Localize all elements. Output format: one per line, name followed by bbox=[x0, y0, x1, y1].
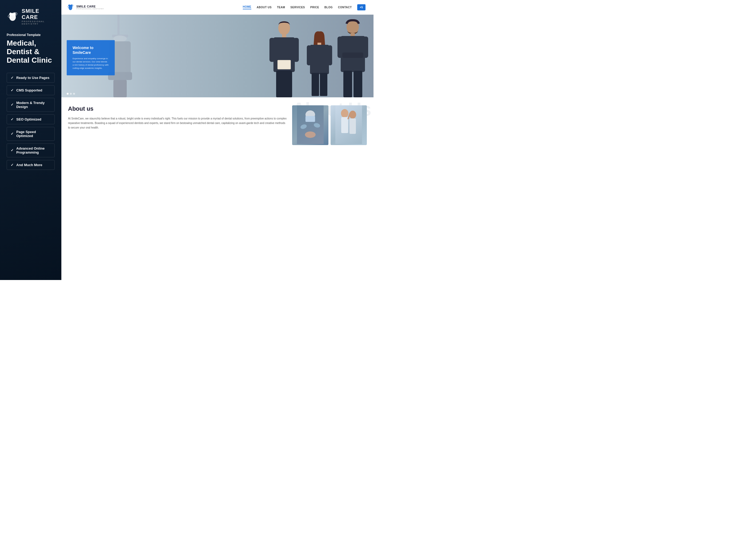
svg-rect-32 bbox=[343, 71, 352, 97]
feature-label: Ready to Use Pages bbox=[16, 76, 49, 80]
nav-blog[interactable]: BLOG bbox=[325, 6, 333, 9]
svg-rect-42 bbox=[335, 105, 362, 144]
person-3 bbox=[337, 18, 368, 97]
nav-brand: SMILE CARE bbox=[76, 5, 104, 8]
check-icon: ✓ bbox=[11, 88, 14, 92]
nav-services[interactable]: SERVICES bbox=[290, 6, 305, 9]
about-inner: About us At SmileCare, we staunchly beli… bbox=[68, 105, 367, 145]
logo-sub: PROFESSIONAL DENTISTRY bbox=[22, 20, 55, 25]
about-description: At SmileCare, we staunchly believe that … bbox=[68, 116, 287, 130]
feature-label: SEO Optimized bbox=[16, 117, 41, 121]
pro-label: Professional Template bbox=[7, 33, 55, 37]
nav-links: HOME ABOUT US TEAM SERVICES PRICE BLOG C… bbox=[109, 4, 365, 10]
check-icon: ✓ bbox=[11, 103, 14, 107]
svg-rect-37 bbox=[306, 116, 315, 122]
about-text: About us At SmileCare, we staunchly beli… bbox=[68, 105, 287, 145]
hero-people bbox=[171, 15, 374, 97]
main-title: Medical, Dentist & Dental Clinic bbox=[7, 39, 55, 65]
svg-rect-33 bbox=[354, 71, 362, 97]
svg-rect-9 bbox=[113, 80, 127, 97]
svg-rect-18 bbox=[283, 71, 292, 97]
svg-rect-24 bbox=[312, 73, 319, 96]
welcome-card: Welcome to SmileCare Experience and empa… bbox=[67, 40, 115, 75]
about-img-1 bbox=[292, 105, 328, 145]
welcome-title: Welcome to SmileCare bbox=[73, 45, 109, 55]
nav-contact[interactable]: CONTACT bbox=[338, 6, 352, 9]
carousel-dots bbox=[67, 93, 75, 95]
feature-list: ✓ Ready to Use Pages ✓ CMS Supported ✓ M… bbox=[7, 73, 55, 170]
feature-design[interactable]: ✓ Modern & Trendy Design bbox=[7, 98, 55, 112]
logo-text: SMILE CARE PROFESSIONAL DENTISTRY bbox=[22, 8, 55, 25]
left-panel: SMILE CARE PROFESSIONAL DENTISTRY Profes… bbox=[0, 0, 61, 280]
svg-rect-44 bbox=[341, 117, 348, 133]
navbar: SMILE CARE PROFESSIONAL DENTISTRY HOME A… bbox=[61, 0, 374, 15]
check-icon: ✓ bbox=[11, 132, 14, 136]
svg-rect-31 bbox=[342, 53, 363, 58]
svg-point-45 bbox=[349, 111, 356, 119]
about-title: About us bbox=[68, 105, 287, 112]
about-img-2 bbox=[331, 105, 367, 145]
feature-seo[interactable]: ✓ SEO Optimized bbox=[7, 114, 55, 124]
check-icon: ✓ bbox=[11, 148, 14, 152]
svg-rect-13 bbox=[269, 38, 275, 62]
person-2 bbox=[307, 29, 332, 97]
feature-programming[interactable]: ✓ Advanced Online Programming bbox=[7, 143, 55, 157]
logo-tooth-icon bbox=[7, 9, 19, 24]
svg-rect-46 bbox=[350, 118, 356, 134]
person-1 bbox=[269, 19, 299, 97]
svg-point-43 bbox=[341, 109, 349, 117]
check-icon: ✓ bbox=[11, 117, 14, 121]
logo-area: SMILE CARE PROFESSIONAL DENTISTRY bbox=[7, 8, 55, 25]
svg-rect-22 bbox=[307, 45, 311, 65]
hero-section: Welcome to SmileCare Experience and empa… bbox=[61, 15, 374, 97]
feature-label: Modern & Trendy Design bbox=[16, 101, 51, 109]
check-icon: ✓ bbox=[11, 76, 14, 80]
feature-label: CMS Supported bbox=[16, 88, 43, 92]
svg-rect-25 bbox=[320, 73, 327, 96]
about-section: About Us About us At SmileCare, we staun… bbox=[61, 97, 374, 151]
svg-point-40 bbox=[305, 131, 316, 138]
nav-home[interactable]: HOME bbox=[243, 5, 251, 9]
dot-2[interactable] bbox=[70, 93, 72, 95]
feature-label: And Much More bbox=[16, 163, 43, 167]
welcome-text: Experience and empathy converge in our d… bbox=[73, 57, 109, 70]
svg-rect-4 bbox=[118, 15, 120, 36]
nav-logo-icon bbox=[67, 3, 74, 11]
nav-team[interactable]: TEAM bbox=[277, 6, 285, 9]
svg-point-6 bbox=[113, 35, 127, 42]
nav-sub: PROFESSIONAL DENTISTRY bbox=[76, 8, 104, 9]
svg-rect-16 bbox=[278, 61, 290, 69]
feature-speed[interactable]: ✓ Page Speed Optimized bbox=[7, 127, 55, 141]
svg-rect-14 bbox=[293, 38, 299, 62]
svg-rect-21 bbox=[310, 45, 329, 74]
nav-logo-text: SMILE CARE PROFESSIONAL DENTISTRY bbox=[76, 5, 104, 9]
feature-label: Page Speed Optimized bbox=[16, 130, 51, 138]
svg-rect-23 bbox=[328, 45, 332, 65]
nav-about[interactable]: ABOUT US bbox=[257, 6, 272, 9]
check-icon: ✓ bbox=[11, 163, 14, 167]
right-panel: SMILE CARE PROFESSIONAL DENTISTRY HOME A… bbox=[61, 0, 374, 280]
feature-label: Advanced Online Programming bbox=[16, 146, 51, 154]
feature-cms[interactable]: ✓ CMS Supported bbox=[7, 85, 55, 95]
dot-1[interactable] bbox=[67, 93, 69, 95]
nav-logo: SMILE CARE PROFESSIONAL DENTISTRY bbox=[67, 3, 104, 11]
dot-3[interactable] bbox=[73, 93, 75, 95]
feature-more[interactable]: ✓ And Much More bbox=[7, 160, 55, 170]
feature-ready-pages[interactable]: ✓ Ready to Use Pages bbox=[7, 73, 55, 83]
logo-brand: SMILE CARE bbox=[22, 8, 55, 20]
nav-extra-btn[interactable]: +5 bbox=[357, 4, 365, 10]
nav-price[interactable]: PRICE bbox=[310, 6, 319, 9]
